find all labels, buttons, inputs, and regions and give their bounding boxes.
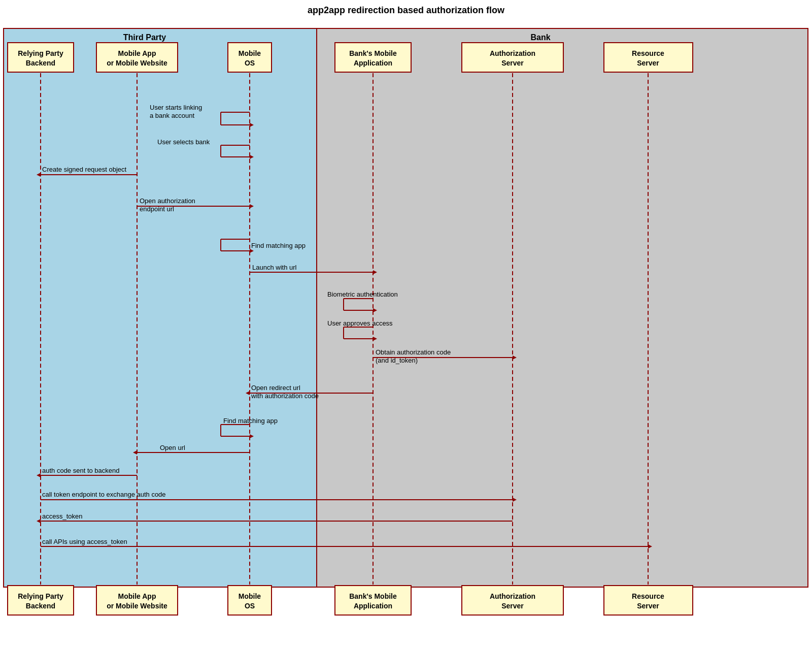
- svg-text:access_token: access_token: [42, 512, 83, 520]
- svg-text:OS: OS: [245, 59, 255, 67]
- svg-text:OS: OS: [245, 602, 255, 610]
- svg-marker-13: [250, 123, 254, 127]
- svg-text:Obtain authorization code: Obtain authorization code: [376, 348, 451, 356]
- svg-text:Bank's Mobile: Bank's Mobile: [349, 49, 397, 57]
- svg-rect-86: [462, 43, 563, 72]
- svg-text:Open url: Open url: [160, 444, 185, 451]
- svg-rect-101: [335, 586, 411, 615]
- svg-text:or Mobile Website: or Mobile Website: [107, 602, 167, 610]
- svg-rect-0: [4, 28, 317, 587]
- svg-marker-60: [133, 450, 137, 455]
- svg-text:Application: Application: [354, 602, 392, 610]
- svg-text:Find matching app: Find matching app: [223, 417, 278, 425]
- svg-text:Resource: Resource: [632, 49, 664, 57]
- svg-text:with authorization code: with authorization code: [251, 392, 319, 400]
- svg-text:call token endpoint to exchang: call token endpoint to exchange auth cod…: [42, 491, 166, 498]
- svg-text:Server: Server: [637, 59, 659, 67]
- svg-marker-47: [513, 355, 517, 360]
- svg-text:Create signed request object: Create signed request object: [42, 166, 127, 173]
- svg-text:Server: Server: [637, 602, 659, 610]
- svg-rect-95: [96, 586, 178, 615]
- svg-marker-63: [37, 473, 41, 477]
- svg-rect-1: [317, 28, 808, 587]
- svg-marker-51: [246, 391, 250, 395]
- svg-rect-83: [335, 43, 411, 72]
- svg-text:Server: Server: [501, 59, 524, 67]
- svg-text:a bank account: a bank account: [150, 112, 195, 119]
- svg-rect-107: [604, 586, 693, 615]
- svg-rect-77: [96, 43, 178, 72]
- svg-rect-89: [604, 43, 693, 72]
- svg-rect-74: [8, 43, 74, 72]
- svg-text:Mobile: Mobile: [239, 592, 261, 600]
- svg-text:Relying Party: Relying Party: [18, 592, 63, 600]
- svg-marker-22: [37, 173, 41, 177]
- svg-text:User starts linking: User starts linking: [150, 104, 202, 111]
- svg-text:call APIs using access_token: call APIs using access_token: [42, 538, 127, 545]
- svg-text:Application: Application: [354, 59, 392, 67]
- svg-rect-92: [8, 586, 74, 615]
- svg-marker-44: [373, 337, 377, 341]
- svg-text:Authorization: Authorization: [490, 592, 535, 600]
- svg-text:Mobile App: Mobile App: [118, 592, 156, 600]
- svg-text:Bank's Mobile: Bank's Mobile: [349, 592, 397, 600]
- svg-text:Open authorization: Open authorization: [140, 197, 195, 205]
- svg-text:Backend: Backend: [26, 602, 55, 610]
- svg-marker-31: [250, 249, 254, 253]
- svg-text:Server: Server: [501, 602, 524, 610]
- svg-marker-66: [513, 498, 517, 502]
- svg-text:Find matching app: Find matching app: [251, 242, 306, 249]
- svg-text:endpoint url: endpoint url: [140, 205, 174, 213]
- svg-text:Backend: Backend: [26, 59, 55, 67]
- svg-text:auth code sent to backend: auth code sent to backend: [42, 467, 120, 474]
- svg-text:Mobile: Mobile: [239, 49, 261, 57]
- svg-text:Bank: Bank: [530, 33, 550, 42]
- svg-text:Third Party: Third Party: [123, 33, 166, 42]
- svg-marker-19: [250, 155, 254, 159]
- svg-marker-72: [648, 544, 652, 548]
- svg-text:Relying Party: Relying Party: [18, 49, 63, 57]
- svg-text:Authorization: Authorization: [490, 49, 535, 57]
- svg-marker-69: [37, 519, 41, 523]
- svg-text:Launch with url: Launch with url: [252, 264, 297, 271]
- svg-rect-80: [228, 43, 272, 72]
- svg-text:User approves access: User approves access: [327, 319, 393, 327]
- svg-rect-104: [462, 586, 563, 615]
- svg-marker-34: [373, 270, 377, 274]
- svg-rect-98: [228, 586, 272, 615]
- svg-text:User selects bank: User selects bank: [157, 138, 210, 146]
- svg-text:Biometric authentication: Biometric authentication: [327, 290, 398, 298]
- svg-text:Open redirect url: Open redirect url: [251, 384, 300, 392]
- svg-text:Resource: Resource: [632, 592, 664, 600]
- svg-marker-25: [250, 204, 254, 208]
- svg-marker-39: [373, 308, 377, 312]
- svg-text:or Mobile Website: or Mobile Website: [107, 59, 167, 67]
- svg-text:(and id_token): (and id_token): [376, 357, 418, 364]
- page-title: app2app redirection based authorization …: [0, 0, 812, 18]
- svg-marker-57: [250, 434, 254, 438]
- svg-text:Mobile App: Mobile App: [118, 49, 156, 57]
